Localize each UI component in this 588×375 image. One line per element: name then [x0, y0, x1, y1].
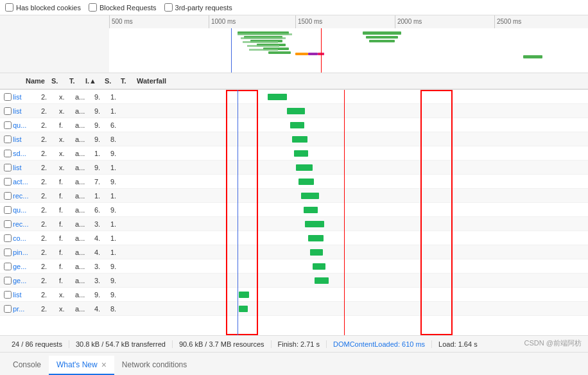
cell-time: 9. — [110, 263, 126, 270]
row-checkbox[interactable] — [3, 263, 13, 270]
table-row[interactable]: co... 2. f. a... 4. 1. — [0, 231, 588, 245]
mini-row-2 — [241, 37, 286, 39]
row-checkbox[interactable] — [3, 234, 13, 242]
row-checkbox[interactable] — [3, 135, 13, 143]
cell-status: 2. — [41, 192, 59, 200]
cell-status: 2. — [41, 277, 59, 284]
cell-type: x. — [59, 164, 75, 171]
tab-console[interactable]: Console — [5, 356, 49, 375]
cell-size: 9. — [94, 291, 110, 299]
row-checkbox[interactable] — [3, 220, 13, 228]
filter-blocked-requests-checkbox[interactable] — [89, 3, 97, 12]
cell-time: 1. — [110, 192, 126, 200]
table-row[interactable]: act... 2. f. a... 7. 9. — [0, 175, 588, 189]
cell-initiator: a... — [75, 192, 94, 200]
table-row[interactable]: pr... 2. x. a... 4. 8. — [0, 302, 588, 316]
table-row[interactable]: list 2. x. a... 9. 8. — [0, 132, 588, 146]
row-checkbox[interactable] — [3, 206, 13, 214]
cell-initiator: a... — [75, 249, 94, 256]
cell-time: 9. — [110, 178, 126, 186]
wf-bar — [308, 235, 324, 241]
row-checkbox[interactable] — [3, 164, 13, 171]
status-transferred: 30.8 kB / 54.7 kB transferred — [69, 340, 173, 348]
cell-status: 2. — [41, 206, 59, 214]
cell-size: 3. — [94, 220, 110, 228]
cell-type: f. — [59, 263, 75, 270]
tab-network-conditions-label: Network conditions — [122, 360, 187, 369]
table-row[interactable]: list 2. x. a... 9. 1. — [0, 161, 588, 175]
table-row[interactable]: ge... 2. f. a... 3. 9. — [0, 274, 588, 288]
cell-type: f. — [59, 234, 75, 242]
cell-name: ge... — [13, 263, 41, 270]
filter-bar: Has blocked cookies Blocked Requests 3rd… — [0, 0, 588, 15]
status-requests: 24 / 86 requests — [5, 340, 69, 348]
cell-size: 6. — [94, 206, 110, 214]
cell-status: 2. — [41, 93, 59, 101]
table-row[interactable]: qu... 2. f. a... 6. 9. — [0, 203, 588, 217]
row-checkbox[interactable] — [3, 121, 13, 129]
wf-bar — [310, 249, 323, 256]
row-checkbox[interactable] — [3, 249, 13, 256]
cell-waterfall — [126, 189, 588, 203]
cell-size: 4. — [94, 234, 110, 242]
table-row[interactable]: sd... 2. x. a... 1. 9. — [0, 146, 588, 161]
table-row[interactable]: list 2. x. a... 9. 9. — [0, 288, 588, 302]
cell-time: 1. — [110, 164, 126, 171]
tick-2500ms: 2500 ms — [494, 15, 521, 28]
cell-status: 2. — [41, 150, 59, 157]
status-dom-content[interactable]: DOMContentLoaded: 610 ms — [327, 340, 432, 348]
header-initiator[interactable]: I.▲ — [85, 77, 105, 85]
mini-bar-11 — [366, 36, 398, 39]
filter-blocked-cookies-checkbox[interactable] — [5, 3, 13, 12]
mini-row-3 — [243, 41, 278, 43]
wf-bar — [298, 179, 314, 185]
cell-waterfall — [126, 203, 588, 217]
header-type[interactable]: T. — [69, 77, 85, 85]
header-waterfall[interactable]: Waterfall — [137, 77, 588, 85]
row-checkbox[interactable] — [3, 305, 13, 313]
row-checkbox[interactable] — [3, 107, 13, 115]
tab-bar: Console What's New × Network conditions — [0, 352, 588, 375]
filter-blocked-requests[interactable]: Blocked Requests — [89, 3, 157, 12]
row-checkbox[interactable] — [3, 291, 13, 299]
tick-2000ms: 2000 ms — [395, 15, 422, 28]
header-name[interactable]: Name — [13, 77, 51, 85]
table-row[interactable]: rec... 2. f. a... 1. 1. — [0, 189, 588, 203]
row-checkbox[interactable] — [3, 150, 13, 157]
tab-whats-new[interactable]: What's New × — [49, 356, 114, 375]
cell-initiator: a... — [75, 121, 94, 129]
cell-initiator: a... — [75, 178, 94, 186]
cell-waterfall — [126, 302, 588, 316]
cell-status: 2. — [41, 107, 59, 115]
row-checkbox[interactable] — [3, 178, 13, 186]
cell-waterfall — [126, 132, 588, 146]
wf-bar — [294, 150, 308, 157]
tab-network-conditions[interactable]: Network conditions — [114, 356, 195, 375]
table-row[interactable]: pin... 2. f. a... 4. 1. — [0, 245, 588, 259]
cell-type: f. — [59, 121, 75, 129]
row-checkbox[interactable] — [3, 192, 13, 200]
row-checkbox[interactable] — [3, 93, 13, 101]
cell-type: f. — [59, 178, 75, 186]
mini-bar-10 — [363, 31, 401, 35]
wf-bar — [292, 136, 307, 143]
row-checkbox[interactable] — [3, 277, 13, 284]
table-header: Name S. T. I.▲ S. T. Waterfall — [0, 73, 588, 90]
cell-size: 1. — [94, 192, 110, 200]
tab-whats-new-close[interactable]: × — [101, 360, 107, 369]
cell-size: 9. — [94, 93, 110, 101]
mini-row-5 — [249, 49, 278, 51]
header-status[interactable]: S. — [51, 77, 69, 85]
cell-size: 9. — [94, 135, 110, 143]
filter-third-party-checkbox[interactable] — [164, 3, 173, 12]
table-row[interactable]: qu... 2. f. a... 9. 6. — [0, 118, 588, 132]
header-size[interactable]: S. — [105, 77, 121, 85]
table-row[interactable]: rec... 2. f. a... 3. 1. — [0, 217, 588, 231]
table-row[interactable]: ge... 2. f. a... 3. 9. — [0, 259, 588, 274]
filter-blocked-cookies[interactable]: Has blocked cookies — [5, 3, 81, 12]
table-row[interactable]: list 2. x. a... 9. 1. — [0, 104, 588, 118]
filter-third-party-label: 3rd-party requests — [175, 4, 232, 12]
table-row[interactable]: list 2. x. a... 9. 1. — [0, 90, 588, 104]
filter-third-party[interactable]: 3rd-party requests — [164, 3, 232, 12]
header-time[interactable]: T. — [121, 77, 137, 85]
